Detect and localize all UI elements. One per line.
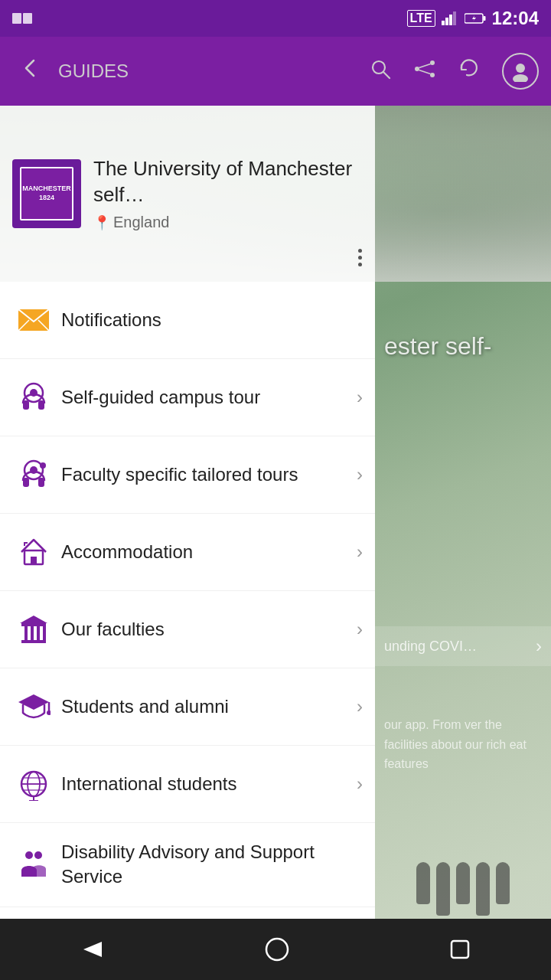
svg-rect-26 bbox=[31, 557, 37, 564]
faculty-tours-chevron: › bbox=[357, 464, 363, 485]
svg-point-8 bbox=[415, 67, 419, 71]
svg-point-36 bbox=[47, 710, 51, 715]
share-button[interactable] bbox=[407, 51, 442, 92]
location-pin-icon: 📍 bbox=[93, 214, 110, 231]
svg-point-24 bbox=[40, 462, 46, 469]
svg-point-51 bbox=[266, 939, 288, 960]
svg-point-13 bbox=[516, 64, 525, 73]
home-nav-button[interactable] bbox=[246, 928, 308, 971]
header-section: MANCHESTER1824 The University of Manches… bbox=[0, 106, 551, 282]
svg-rect-31 bbox=[37, 626, 40, 640]
international-chevron: › bbox=[357, 773, 363, 795]
svg-rect-5 bbox=[483, 16, 485, 21]
svg-rect-1 bbox=[445, 18, 448, 25]
page: LTE 12:04 GUIDES bbox=[0, 0, 551, 980]
svg-point-44 bbox=[25, 851, 33, 859]
svg-marker-50 bbox=[83, 942, 102, 957]
disability-label: Disability Advisory and Support Service bbox=[55, 840, 363, 890]
campus-tour-label: Self-guided campus tour bbox=[55, 385, 350, 410]
refresh-button[interactable] bbox=[452, 51, 487, 92]
svg-line-12 bbox=[419, 70, 431, 74]
svg-rect-32 bbox=[43, 626, 46, 640]
svg-rect-3 bbox=[453, 11, 456, 25]
location-text: England bbox=[113, 214, 169, 231]
status-time: 12:04 bbox=[492, 8, 539, 29]
right-covid-row[interactable]: unding COVI… › bbox=[375, 626, 551, 666]
right-chevron: › bbox=[536, 635, 542, 657]
disability-icon bbox=[12, 843, 55, 886]
recent-nav-button[interactable] bbox=[431, 929, 489, 969]
right-panel-content: ester self- bbox=[375, 320, 551, 373]
svg-rect-27 bbox=[21, 640, 46, 643]
svg-point-19 bbox=[30, 389, 37, 397]
bottom-nav bbox=[0, 919, 551, 980]
menu-item-disability[interactable]: Disability Advisory and Support Service bbox=[0, 823, 375, 907]
svg-rect-0 bbox=[442, 21, 445, 25]
svg-rect-30 bbox=[31, 626, 34, 640]
svg-rect-52 bbox=[452, 941, 468, 958]
svg-point-14 bbox=[513, 74, 528, 82]
faculty-tour-icon bbox=[12, 453, 55, 496]
status-bar-left bbox=[12, 12, 34, 24]
faculty-tours-label: Faculty specific tailored tours bbox=[55, 462, 350, 487]
notification-icon bbox=[12, 299, 55, 341]
university-location: 📍 England bbox=[93, 214, 363, 231]
faculties-chevron: › bbox=[357, 619, 363, 640]
partial-desc-text: our app. From ver the facilities about o… bbox=[384, 715, 542, 774]
user-avatar[interactable] bbox=[502, 53, 539, 90]
status-bar-right: LTE 12:04 bbox=[407, 8, 539, 29]
status-bar: LTE 12:04 bbox=[0, 0, 551, 37]
international-label: International students bbox=[55, 772, 350, 796]
svg-line-11 bbox=[419, 64, 431, 67]
svg-line-7 bbox=[383, 72, 390, 78]
svg-rect-2 bbox=[449, 15, 452, 25]
international-icon bbox=[12, 763, 55, 805]
notifications-label: Notifications bbox=[55, 308, 363, 332]
menu-item-campus-tour[interactable]: Self-guided campus tour › bbox=[0, 359, 375, 436]
students-icon bbox=[12, 685, 55, 728]
partial-covid-text: unding COVI… bbox=[384, 639, 536, 655]
menu-item-faculties[interactable]: Our faculties › bbox=[0, 591, 375, 668]
students-label: Students and alumni bbox=[55, 694, 350, 719]
partial-title: ester self- bbox=[384, 332, 542, 361]
right-description: our app. From ver the facilities about o… bbox=[375, 703, 551, 786]
svg-rect-29 bbox=[24, 626, 28, 640]
svg-point-9 bbox=[430, 60, 435, 65]
accommodation-label: Accommodation bbox=[55, 540, 350, 564]
university-title: The University of Manchester self… bbox=[93, 156, 363, 208]
header-content: MANCHESTER1824 The University of Manches… bbox=[0, 106, 375, 282]
menu-item-students[interactable]: Students and alumni › bbox=[0, 668, 375, 746]
university-info: The University of Manchester self… 📍 Eng… bbox=[93, 156, 363, 232]
guides-label: GUIDES bbox=[58, 60, 354, 82]
signal-icon bbox=[442, 11, 458, 25]
faculties-label: Our faculties bbox=[55, 617, 350, 642]
university-logo: MANCHESTER1824 bbox=[12, 159, 81, 228]
menu-list: Notifications Self-guided bbox=[0, 282, 375, 980]
content-area: ester self- unding COVI… › our app. From… bbox=[0, 106, 551, 980]
search-button[interactable] bbox=[363, 51, 398, 92]
accommodation-icon bbox=[12, 531, 55, 573]
battery-icon bbox=[465, 12, 486, 24]
svg-point-10 bbox=[430, 73, 435, 77]
lte-label: LTE bbox=[407, 10, 435, 27]
svg-rect-28 bbox=[21, 623, 46, 626]
svg-point-23 bbox=[30, 466, 37, 474]
menu-item-faculty-tours[interactable]: Faculty specific tailored tours › bbox=[0, 436, 375, 514]
back-nav-button[interactable] bbox=[62, 928, 123, 971]
left-panel: MANCHESTER1824 The University of Manches… bbox=[0, 106, 375, 980]
faculties-icon bbox=[12, 608, 55, 651]
more-options-button[interactable] bbox=[344, 249, 375, 266]
menu-item-accommodation[interactable]: Accommodation › bbox=[0, 514, 375, 591]
campus-tour-chevron: › bbox=[357, 387, 363, 408]
back-button[interactable] bbox=[12, 50, 49, 93]
logo-text: MANCHESTER1824 bbox=[22, 185, 71, 202]
students-chevron: › bbox=[357, 696, 363, 717]
svg-marker-33 bbox=[20, 616, 47, 623]
menu-item-international[interactable]: International students › bbox=[0, 746, 375, 823]
top-bar: GUIDES bbox=[0, 37, 551, 106]
tour-icon bbox=[12, 376, 55, 419]
menu-item-notifications[interactable]: Notifications bbox=[0, 282, 375, 359]
svg-point-45 bbox=[34, 851, 42, 859]
accommodation-chevron: › bbox=[357, 541, 363, 563]
